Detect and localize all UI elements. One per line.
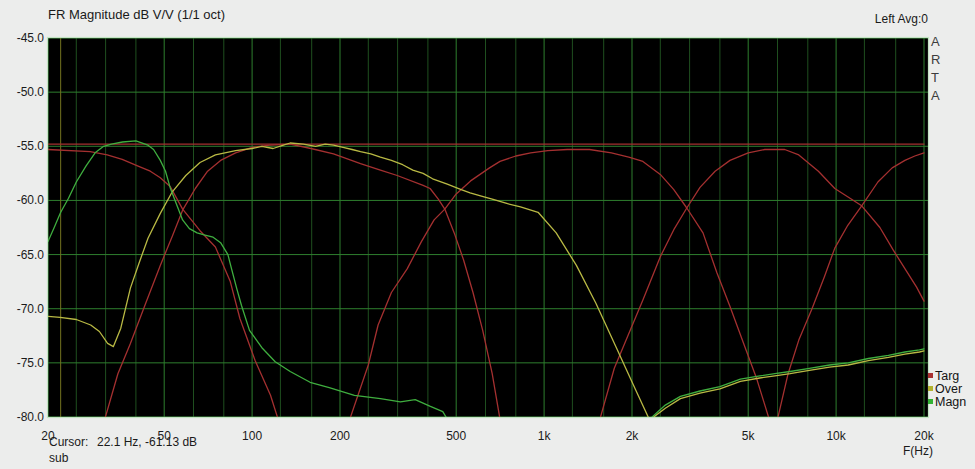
- y-tick-label: -55.0: [0, 139, 44, 153]
- cursor-status-value: 22.1 Hz, -61.13 dB: [97, 435, 197, 449]
- x-tick-label: 20k: [914, 429, 933, 443]
- plot-background: [48, 38, 928, 417]
- x-tick-label: 10k: [826, 429, 845, 443]
- y-tick-label: -60.0: [0, 193, 44, 207]
- x-tick-label: 200: [330, 429, 350, 443]
- watermark-letter: R: [931, 51, 940, 69]
- y-tick-label: -45.0: [0, 31, 44, 45]
- legend-label: Magn: [935, 395, 966, 409]
- x-tick-label: 100: [242, 429, 262, 443]
- fr-plot-canvas[interactable]: [0, 0, 975, 469]
- legend-item-magn: Magn: [928, 395, 966, 408]
- watermark-letter: A: [931, 87, 940, 105]
- x-tick-label: 1k: [538, 429, 551, 443]
- cursor-status-label: Cursor:: [49, 435, 88, 449]
- legend-item-over: Over: [928, 382, 966, 395]
- watermark-letter: A: [931, 33, 940, 51]
- x-axis-unit-label: F(Hz): [903, 444, 933, 458]
- x-tick-label: 2k: [626, 429, 639, 443]
- legend-label: Targ: [935, 369, 959, 383]
- legend-label: Over: [935, 382, 962, 396]
- legend-swatch-magn: [928, 399, 933, 404]
- y-tick-label: -70.0: [0, 302, 44, 316]
- y-tick-label: -75.0: [0, 356, 44, 370]
- arta-fr-window: FR Magnitude dB V/V (1/1 oct) Left Avg:0…: [0, 0, 975, 469]
- legend: TargOverMagn: [928, 369, 966, 408]
- legend-swatch-over: [928, 386, 933, 391]
- overlay-name-label: sub: [49, 451, 68, 465]
- x-tick-label: 500: [446, 429, 466, 443]
- y-tick-label: -65.0: [0, 248, 44, 262]
- arta-watermark: ARTA: [931, 33, 940, 105]
- legend-swatch-targ: [928, 373, 933, 378]
- x-tick-label: 5k: [742, 429, 755, 443]
- y-tick-label: -50.0: [0, 85, 44, 99]
- legend-item-targ: Targ: [928, 369, 966, 382]
- watermark-letter: T: [931, 69, 940, 87]
- y-tick-label: -80.0: [0, 410, 44, 424]
